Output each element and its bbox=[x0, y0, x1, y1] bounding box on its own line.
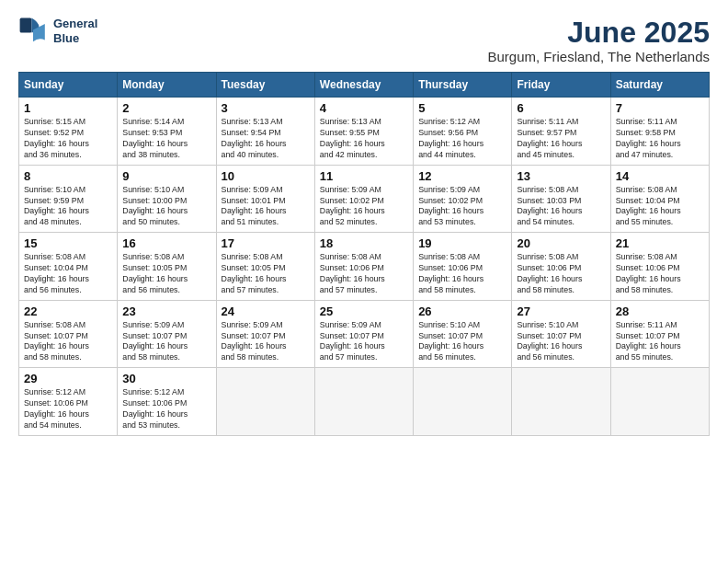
calendar-cell: 19Sunrise: 5:08 AM Sunset: 10:06 PM Dayl… bbox=[414, 233, 512, 301]
title-block: June 2025 Burgum, Friesland, The Netherl… bbox=[487, 17, 710, 64]
calendar-week-3: 15Sunrise: 5:08 AM Sunset: 10:04 PM Dayl… bbox=[19, 233, 710, 301]
day-info: Sunrise: 5:15 AM Sunset: 9:52 PM Dayligh… bbox=[24, 117, 112, 161]
day-info: Sunrise: 5:10 AM Sunset: 10:07 PM Daylig… bbox=[418, 320, 506, 364]
calendar-cell: 6Sunrise: 5:11 AM Sunset: 9:57 PM Daylig… bbox=[512, 98, 610, 166]
day-number: 7 bbox=[616, 101, 704, 115]
calendar-week-2: 8Sunrise: 5:10 AM Sunset: 9:59 PM Daylig… bbox=[19, 165, 710, 233]
svg-rect-0 bbox=[20, 18, 32, 33]
calendar-cell: 30Sunrise: 5:12 AM Sunset: 10:06 PM Dayl… bbox=[118, 368, 216, 436]
calendar-cell: 8Sunrise: 5:10 AM Sunset: 9:59 PM Daylig… bbox=[19, 165, 118, 233]
calendar-cell: 14Sunrise: 5:08 AM Sunset: 10:04 PM Dayl… bbox=[610, 165, 709, 233]
calendar-cell: 29Sunrise: 5:12 AM Sunset: 10:06 PM Dayl… bbox=[19, 368, 118, 436]
day-number: 5 bbox=[418, 101, 506, 115]
day-info: Sunrise: 5:09 AM Sunset: 10:07 PM Daylig… bbox=[320, 320, 408, 364]
col-friday: Friday bbox=[512, 73, 610, 98]
day-info: Sunrise: 5:08 AM Sunset: 10:03 PM Daylig… bbox=[517, 185, 605, 229]
calendar-cell: 23Sunrise: 5:09 AM Sunset: 10:07 PM Dayl… bbox=[118, 300, 216, 368]
day-number: 24 bbox=[222, 304, 310, 318]
col-tuesday: Tuesday bbox=[216, 73, 314, 98]
calendar-cell bbox=[610, 368, 709, 436]
day-info: Sunrise: 5:11 AM Sunset: 9:58 PM Dayligh… bbox=[616, 117, 704, 161]
day-info: Sunrise: 5:09 AM Sunset: 10:07 PM Daylig… bbox=[122, 320, 210, 364]
day-info: Sunrise: 5:08 AM Sunset: 10:05 PM Daylig… bbox=[222, 252, 310, 296]
day-info: Sunrise: 5:08 AM Sunset: 10:06 PM Daylig… bbox=[616, 252, 704, 296]
day-number: 4 bbox=[320, 101, 408, 115]
day-number: 16 bbox=[122, 236, 210, 250]
day-info: Sunrise: 5:08 AM Sunset: 10:04 PM Daylig… bbox=[616, 185, 704, 229]
day-number: 3 bbox=[222, 101, 310, 115]
day-number: 6 bbox=[517, 101, 605, 115]
calendar-cell: 4Sunrise: 5:13 AM Sunset: 9:55 PM Daylig… bbox=[314, 98, 413, 166]
calendar-cell: 7Sunrise: 5:11 AM Sunset: 9:58 PM Daylig… bbox=[610, 98, 709, 166]
day-number: 20 bbox=[517, 236, 605, 250]
calendar-cell: 24Sunrise: 5:09 AM Sunset: 10:07 PM Dayl… bbox=[216, 300, 314, 368]
day-number: 22 bbox=[24, 304, 112, 318]
calendar-cell: 5Sunrise: 5:12 AM Sunset: 9:56 PM Daylig… bbox=[414, 98, 512, 166]
day-number: 14 bbox=[616, 169, 704, 183]
col-saturday: Saturday bbox=[610, 73, 709, 98]
day-info: Sunrise: 5:11 AM Sunset: 9:57 PM Dayligh… bbox=[517, 117, 605, 161]
calendar-week-4: 22Sunrise: 5:08 AM Sunset: 10:07 PM Dayl… bbox=[19, 300, 710, 368]
day-number: 8 bbox=[24, 169, 112, 183]
day-info: Sunrise: 5:09 AM Sunset: 10:02 PM Daylig… bbox=[320, 185, 408, 229]
day-number: 25 bbox=[320, 304, 408, 318]
calendar-cell bbox=[512, 368, 610, 436]
calendar-cell: 10Sunrise: 5:09 AM Sunset: 10:01 PM Dayl… bbox=[216, 165, 314, 233]
calendar-cell: 26Sunrise: 5:10 AM Sunset: 10:07 PM Dayl… bbox=[414, 300, 512, 368]
day-info: Sunrise: 5:08 AM Sunset: 10:05 PM Daylig… bbox=[122, 252, 210, 296]
calendar-cell: 15Sunrise: 5:08 AM Sunset: 10:04 PM Dayl… bbox=[19, 233, 118, 301]
day-number: 1 bbox=[24, 101, 112, 115]
day-info: Sunrise: 5:12 AM Sunset: 9:56 PM Dayligh… bbox=[418, 117, 506, 161]
day-number: 12 bbox=[418, 169, 506, 183]
day-info: Sunrise: 5:08 AM Sunset: 10:06 PM Daylig… bbox=[320, 252, 408, 296]
calendar-cell: 27Sunrise: 5:10 AM Sunset: 10:07 PM Dayl… bbox=[512, 300, 610, 368]
day-number: 19 bbox=[418, 236, 506, 250]
calendar-cell: 9Sunrise: 5:10 AM Sunset: 10:00 PM Dayli… bbox=[118, 165, 216, 233]
day-info: Sunrise: 5:10 AM Sunset: 10:07 PM Daylig… bbox=[517, 320, 605, 364]
day-info: Sunrise: 5:08 AM Sunset: 10:04 PM Daylig… bbox=[24, 252, 112, 296]
calendar-cell bbox=[216, 368, 314, 436]
day-number: 30 bbox=[122, 372, 210, 385]
calendar-cell: 28Sunrise: 5:11 AM Sunset: 10:07 PM Dayl… bbox=[610, 300, 709, 368]
calendar-cell bbox=[314, 368, 413, 436]
day-number: 27 bbox=[517, 304, 605, 318]
day-info: Sunrise: 5:13 AM Sunset: 9:54 PM Dayligh… bbox=[222, 117, 310, 161]
logo-text: General Blue bbox=[53, 17, 97, 45]
day-info: Sunrise: 5:08 AM Sunset: 10:06 PM Daylig… bbox=[517, 252, 605, 296]
day-number: 9 bbox=[122, 169, 210, 183]
day-number: 21 bbox=[616, 236, 704, 250]
calendar-cell bbox=[414, 368, 512, 436]
calendar-cell: 3Sunrise: 5:13 AM Sunset: 9:54 PM Daylig… bbox=[216, 98, 314, 166]
month-title: June 2025 bbox=[487, 17, 710, 49]
calendar-cell: 2Sunrise: 5:14 AM Sunset: 9:53 PM Daylig… bbox=[118, 98, 216, 166]
calendar-cell: 21Sunrise: 5:08 AM Sunset: 10:06 PM Dayl… bbox=[610, 233, 709, 301]
day-number: 15 bbox=[24, 236, 112, 250]
calendar-table: Sunday Monday Tuesday Wednesday Thursday… bbox=[18, 72, 710, 436]
calendar-week-1: 1Sunrise: 5:15 AM Sunset: 9:52 PM Daylig… bbox=[19, 98, 710, 166]
day-number: 26 bbox=[418, 304, 506, 318]
col-wednesday: Wednesday bbox=[314, 73, 413, 98]
logo-line1: General bbox=[53, 17, 97, 30]
day-number: 28 bbox=[616, 304, 704, 318]
calendar-cell: 18Sunrise: 5:08 AM Sunset: 10:06 PM Dayl… bbox=[314, 233, 413, 301]
day-number: 2 bbox=[122, 101, 210, 115]
day-info: Sunrise: 5:09 AM Sunset: 10:07 PM Daylig… bbox=[222, 320, 310, 364]
col-sunday: Sunday bbox=[19, 73, 118, 98]
calendar-cell: 16Sunrise: 5:08 AM Sunset: 10:05 PM Dayl… bbox=[118, 233, 216, 301]
day-info: Sunrise: 5:14 AM Sunset: 9:53 PM Dayligh… bbox=[122, 117, 210, 161]
calendar-cell: 20Sunrise: 5:08 AM Sunset: 10:06 PM Dayl… bbox=[512, 233, 610, 301]
location-title: Burgum, Friesland, The Netherlands bbox=[487, 49, 710, 64]
col-monday: Monday bbox=[118, 73, 216, 98]
calendar-cell: 22Sunrise: 5:08 AM Sunset: 10:07 PM Dayl… bbox=[19, 300, 118, 368]
day-number: 23 bbox=[122, 304, 210, 318]
header: General Blue June 2025 Burgum, Friesland… bbox=[18, 17, 710, 64]
day-number: 17 bbox=[222, 236, 310, 250]
day-info: Sunrise: 5:12 AM Sunset: 10:06 PM Daylig… bbox=[24, 387, 112, 431]
day-number: 29 bbox=[24, 372, 112, 385]
calendar-cell: 11Sunrise: 5:09 AM Sunset: 10:02 PM Dayl… bbox=[314, 165, 413, 233]
logo: General Blue bbox=[18, 17, 97, 46]
calendar-page: General Blue June 2025 Burgum, Friesland… bbox=[0, 0, 728, 563]
calendar-cell: 25Sunrise: 5:09 AM Sunset: 10:07 PM Dayl… bbox=[314, 300, 413, 368]
calendar-cell: 13Sunrise: 5:08 AM Sunset: 10:03 PM Dayl… bbox=[512, 165, 610, 233]
calendar-cell: 1Sunrise: 5:15 AM Sunset: 9:52 PM Daylig… bbox=[19, 98, 118, 166]
